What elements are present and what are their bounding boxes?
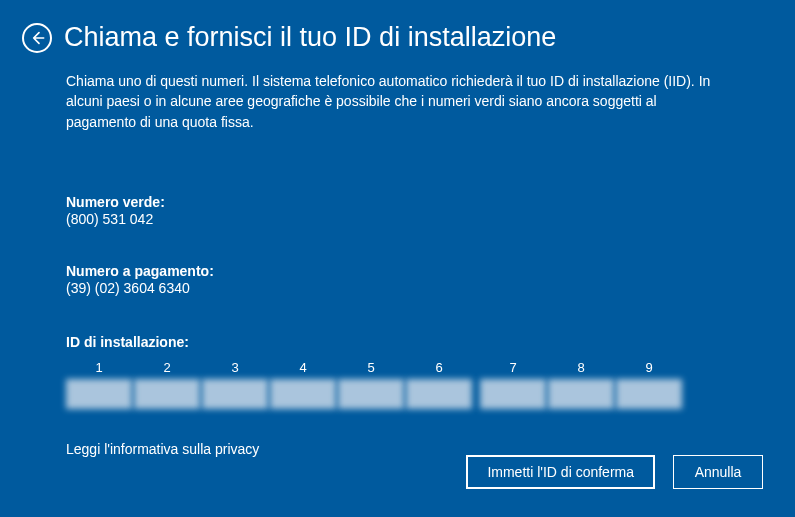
back-button[interactable] [22, 23, 52, 53]
installation-id-grid: 1 2 3 4 5 6 7 [66, 360, 729, 409]
iid-column: 6 [406, 360, 472, 409]
cancel-button[interactable]: Annulla [673, 455, 763, 489]
iid-column-number: 5 [367, 360, 374, 375]
iid-column-number: 7 [509, 360, 516, 375]
toll-section: Numero a pagamento: (39) (02) 3604 6340 [66, 263, 729, 296]
footer-buttons: Immetti l'ID di conferma Annulla [466, 455, 763, 489]
iid-block-redacted [202, 379, 268, 409]
iid-column-number: 1 [95, 360, 102, 375]
privacy-link[interactable]: Leggi l'informativa sulla privacy [66, 441, 259, 457]
iid-block-redacted [270, 379, 336, 409]
iid-column: 4 [270, 360, 336, 409]
toll-free-number: (800) 531 042 [66, 211, 729, 227]
iid-column: 5 [338, 360, 404, 409]
iid-column: 2 [134, 360, 200, 409]
iid-column-number: 3 [231, 360, 238, 375]
iid-block-redacted [338, 379, 404, 409]
iid-column: 7 [480, 360, 546, 409]
toll-free-label: Numero verde: [66, 194, 729, 210]
iid-column: 9 [616, 360, 682, 409]
page-title: Chiama e fornisci il tuo ID di installaz… [64, 22, 556, 53]
iid-column-number: 9 [645, 360, 652, 375]
iid-block-redacted [548, 379, 614, 409]
description-text: Chiama uno di questi numeri. Il sistema … [66, 71, 729, 132]
installation-id-section: ID di installazione: 1 2 3 4 5 [66, 334, 729, 409]
iid-column-number: 4 [299, 360, 306, 375]
iid-block-redacted [616, 379, 682, 409]
arrow-left-icon [29, 30, 45, 46]
toll-free-section: Numero verde: (800) 531 042 [66, 194, 729, 227]
toll-label: Numero a pagamento: [66, 263, 729, 279]
iid-block-redacted [480, 379, 546, 409]
installation-id-label: ID di installazione: [66, 334, 729, 350]
iid-block-redacted [406, 379, 472, 409]
iid-block-redacted [134, 379, 200, 409]
iid-column-number: 6 [435, 360, 442, 375]
iid-column: 3 [202, 360, 268, 409]
confirm-id-button[interactable]: Immetti l'ID di conferma [466, 455, 655, 489]
iid-column: 1 [66, 360, 132, 409]
iid-column: 8 [548, 360, 614, 409]
iid-column-number: 8 [577, 360, 584, 375]
toll-number: (39) (02) 3604 6340 [66, 280, 729, 296]
iid-block-redacted [66, 379, 132, 409]
iid-column-number: 2 [163, 360, 170, 375]
